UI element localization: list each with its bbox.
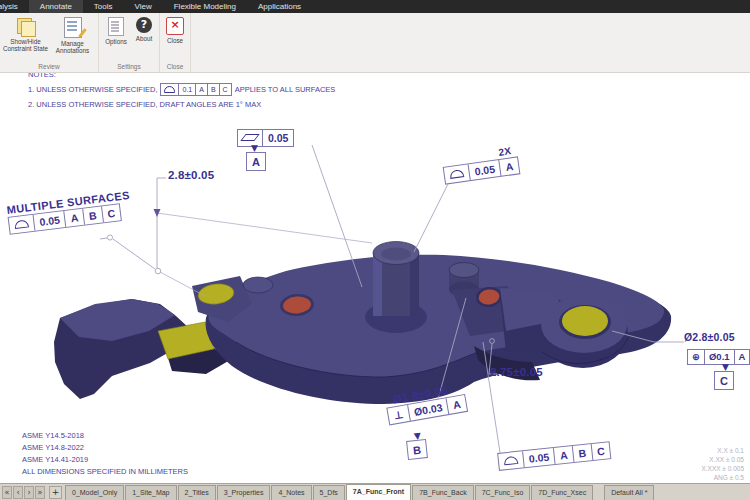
manage-label-1: Manage (56, 40, 89, 47)
tab-notes[interactable]: 4_Notes (271, 485, 311, 500)
flatness-symbol (240, 134, 259, 141)
flatness-annotation[interactable]: 0.05 (237, 127, 294, 147)
show-hide-label-2: Constraint State (3, 45, 48, 52)
position-symbol: ⊕ (688, 350, 704, 364)
options-button[interactable]: Options (101, 13, 131, 45)
tab-properties[interactable]: 3_Properties (217, 485, 271, 500)
group-label-settings: Settings (101, 62, 157, 72)
menu-item-view[interactable]: View (124, 0, 163, 13)
show-hide-label-1: Show/Hide (3, 38, 48, 45)
constraint-state-icon (16, 17, 35, 36)
tab-func-front[interactable]: 7A_Func_Front (346, 484, 411, 500)
close-x-icon: × (166, 17, 184, 35)
surface-profile-symbol (504, 456, 519, 465)
wall-dimension[interactable]: 2.75±0.05 (490, 366, 543, 378)
options-document-icon (108, 17, 124, 36)
datum-b-label[interactable]: B (406, 439, 428, 460)
tab-model-only[interactable]: 0_Model_Only (65, 485, 124, 500)
tab-default-all[interactable]: Default All * (604, 485, 654, 500)
group-label-review: Review (2, 62, 96, 72)
tab-site-map[interactable]: 1_Site_Map (125, 485, 176, 500)
ribbon-group-review: Show/Hide Constraint State Manage Annota… (0, 13, 99, 72)
menu-bar: Analysis Annotate Tools View Flexible Mo… (0, 0, 750, 13)
surface-profile-symbol (14, 219, 29, 229)
menu-item-analysis[interactable]: Analysis (0, 0, 29, 13)
menu-item-applications[interactable]: Applications (247, 0, 312, 13)
note-1-fcf: 0.1 A B C (160, 83, 231, 96)
model-part[interactable] (54, 242, 671, 405)
manage-label-2: Annotations (56, 47, 89, 54)
tab-func-iso[interactable]: 7C_Func_Iso (475, 485, 531, 500)
close-button[interactable]: × Close (162, 13, 188, 44)
height-dimension[interactable]: 2.8±0.05 (168, 169, 214, 181)
tab-nav-prev-icon[interactable]: ‹ (13, 486, 23, 499)
perpendicularity-symbol: ⊥ (387, 405, 409, 424)
standards-notes: ASME Y14.5-2018 ASME Y14.8-2022 ASME Y14… (22, 430, 188, 478)
annotation-list-icon (64, 17, 82, 38)
boss-diameter-dimension[interactable]: Ø2.8±0.05 (684, 331, 735, 343)
drawing-notes: NOTES: 1. UNLESS OTHERWISE SPECIFIED, 0.… (28, 70, 335, 109)
note-1-suffix: APPLIES TO ALL SURFACES (235, 85, 336, 94)
tab-titles[interactable]: 2_Titles (178, 485, 216, 500)
add-state-button[interactable]: + (49, 486, 62, 499)
note-1-prefix: 1. UNLESS OTHERWISE SPECIFIED, (28, 85, 157, 94)
default-tolerance-block: X.X ± 0.1 X.XX ± 0.05 X.XXX ± 0.005 ANG … (701, 446, 744, 482)
tab-nav-first-icon[interactable]: « (2, 486, 12, 499)
tab-nav-last-icon[interactable]: » (35, 486, 45, 499)
ribbon-group-settings: Options ? About Settings (99, 13, 160, 72)
surface-profile-symbol (449, 169, 464, 179)
datum-a-triangle: ▼ (251, 144, 258, 152)
boss-position-fcf[interactable]: ⊕ Ø0.1 A (687, 346, 750, 365)
datum-a-label[interactable]: A (246, 152, 266, 171)
menu-item-tools[interactable]: Tools (83, 0, 124, 13)
about-question-icon: ? (136, 17, 152, 33)
surface-profile-symbol (164, 86, 175, 93)
about-button[interactable]: ? About (131, 13, 157, 42)
menu-item-flexible-modeling[interactable]: Flexible Modeling (163, 0, 247, 13)
menu-item-annotate[interactable]: Annotate (29, 0, 83, 13)
tab-nav-next-icon[interactable]: › (24, 486, 34, 499)
manage-annotations-button[interactable]: Manage Annotations (49, 13, 96, 54)
tab-func-xsec[interactable]: 7D_Func_Xsec (531, 485, 593, 500)
show-hide-constraint-state-button[interactable]: Show/Hide Constraint State (2, 13, 49, 52)
tab-func-back[interactable]: 7B_Func_Back (412, 485, 473, 500)
application-window: Analysis Annotate Tools View Flexible Mo… (0, 0, 750, 500)
note-2: 2. UNLESS OTHERWISE SPECIFIED, DRAFT ANG… (28, 100, 335, 109)
ribbon: Show/Hide Constraint State Manage Annota… (0, 13, 750, 73)
tab-dfs[interactable]: 5_Dfs (313, 485, 345, 500)
datum-c-label[interactable]: C (714, 371, 734, 390)
datum-c-triangle: ▼ (722, 363, 729, 371)
ribbon-group-close: × Close Close (160, 13, 191, 72)
datum-target-circle-right[interactable] (562, 306, 608, 336)
group-label-close: Close (162, 62, 188, 72)
combined-states-tab-bar: « ‹ › » + 0_Model_Only 1_Site_Map 2_Titl… (0, 483, 750, 500)
